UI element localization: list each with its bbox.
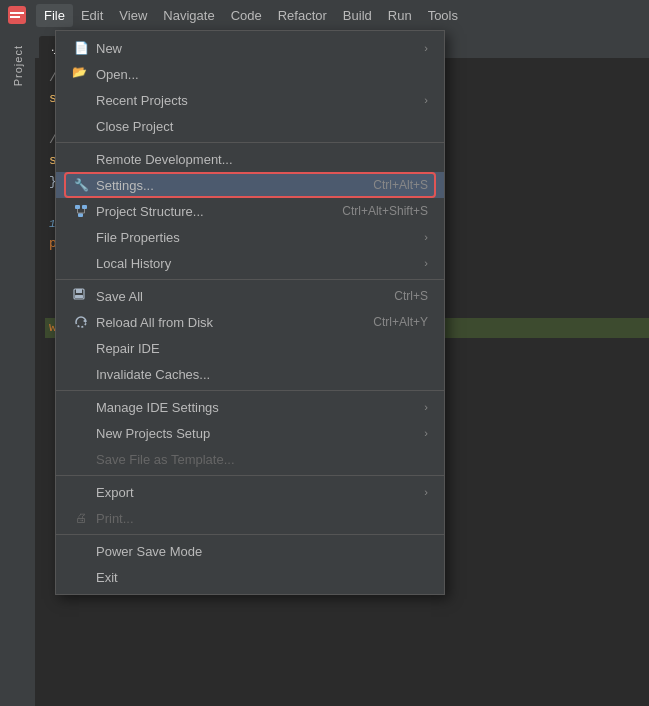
menu-item-reload[interactable]: Reload All from Disk Ctrl+Alt+Y [56,309,444,335]
menu-manage-ide-label: Manage IDE Settings [96,400,414,415]
save-all-shortcut: Ctrl+S [394,289,428,303]
separator-2 [56,279,444,280]
menu-item-repair[interactable]: Repair IDE [56,335,444,361]
menu-refactor[interactable]: Refactor [270,4,335,27]
menu-invalidate-label: Invalidate Caches... [96,367,428,382]
menu-item-file-props[interactable]: File Properties › [56,224,444,250]
recent-arrow-icon: › [424,94,428,106]
menu-item-remote[interactable]: Remote Development... [56,146,444,172]
menu-item-save-all[interactable]: Save All Ctrl+S [56,283,444,309]
export-arrow-icon: › [424,486,428,498]
repair-icon [72,339,90,357]
open-folder-icon: 📂 [72,65,90,83]
project-label: Project [12,45,24,86]
menu-new-projects-label: New Projects Setup [96,426,414,441]
menu-exit-label: Exit [96,570,428,585]
menu-run[interactable]: Run [380,4,420,27]
menu-item-new-projects[interactable]: New Projects Setup › [56,420,444,446]
manage-ide-arrow-icon: › [424,401,428,413]
menu-export-label: Export [96,485,414,500]
remote-icon [72,150,90,168]
menu-item-print: 🖨 Print... [56,505,444,531]
menu-item-local-history[interactable]: Local History › [56,250,444,276]
reload-icon [72,313,90,331]
project-panel: Project [0,30,35,706]
menu-local-history-label: Local History [96,256,414,271]
menu-tools[interactable]: Tools [420,4,466,27]
svg-marker-12 [83,319,86,323]
menu-bar: File Edit View Navigate Code Refactor Bu… [0,0,649,30]
menu-reload-label: Reload All from Disk [96,315,353,330]
svg-rect-2 [10,16,20,18]
close-icon [72,117,90,135]
menu-item-power-save[interactable]: Power Save Mode [56,538,444,564]
menu-recent-label: Recent Projects [96,93,414,108]
menu-remote-label: Remote Development... [96,152,428,167]
separator-3 [56,390,444,391]
menu-edit[interactable]: Edit [73,4,111,27]
power-save-icon [72,542,90,560]
menu-repair-label: Repair IDE [96,341,428,356]
svg-rect-10 [76,289,82,293]
menu-settings-label: Settings... [96,178,353,193]
manage-ide-icon [72,398,90,416]
svg-rect-11 [75,295,83,298]
menu-item-new[interactable]: 📄 New › [56,35,444,61]
new-arrow-icon: › [424,42,428,54]
print-icon: 🖨 [72,509,90,527]
settings-wrench-icon: 🔧 [72,176,90,194]
menu-item-export[interactable]: Export › [56,479,444,505]
save-all-icon [72,287,90,305]
project-structure-shortcut: Ctrl+Alt+Shift+S [342,204,428,218]
menu-code[interactable]: Code [223,4,270,27]
separator-4 [56,475,444,476]
menu-item-close[interactable]: Close Project [56,113,444,139]
separator-5 [56,534,444,535]
separator-1 [56,142,444,143]
menu-new-label: New [96,41,414,56]
menu-navigate[interactable]: Navigate [155,4,222,27]
project-structure-icon [72,202,90,220]
new-projects-arrow-icon: › [424,427,428,439]
export-icon [72,483,90,501]
menu-item-settings[interactable]: 🔧 Settings... Ctrl+Alt+S [56,172,444,198]
new-file-icon: 📄 [72,39,90,57]
save-template-icon [72,450,90,468]
menu-print-label: Print... [96,511,428,526]
menu-power-save-label: Power Save Mode [96,544,428,559]
svg-rect-1 [10,12,24,14]
menu-item-save-template: Save File as Template... [56,446,444,472]
menu-save-all-label: Save All [96,289,374,304]
menu-save-template-label: Save File as Template... [96,452,428,467]
svg-rect-5 [78,213,83,217]
menu-open-label: Open... [96,67,428,82]
menu-item-exit[interactable]: Exit [56,564,444,590]
menu-item-project-structure[interactable]: Project Structure... Ctrl+Alt+Shift+S [56,198,444,224]
menu-close-label: Close Project [96,119,428,134]
svg-rect-4 [82,205,87,209]
menu-item-manage-ide[interactable]: Manage IDE Settings › [56,394,444,420]
menu-project-structure-label: Project Structure... [96,204,322,219]
svg-rect-0 [8,6,26,24]
menu-item-invalidate[interactable]: Invalidate Caches... [56,361,444,387]
local-history-arrow-icon: › [424,257,428,269]
recent-icon [72,91,90,109]
menu-item-recent[interactable]: Recent Projects › [56,87,444,113]
app-icon [4,2,30,28]
file-props-icon [72,228,90,246]
menu-file[interactable]: File [36,4,73,27]
menu-build[interactable]: Build [335,4,380,27]
new-projects-icon [72,424,90,442]
svg-rect-3 [75,205,80,209]
local-history-icon [72,254,90,272]
menu-item-open[interactable]: 📂 Open... [56,61,444,87]
settings-shortcut: Ctrl+Alt+S [373,178,428,192]
reload-shortcut: Ctrl+Alt+Y [373,315,428,329]
invalidate-icon [72,365,90,383]
exit-icon [72,568,90,586]
file-dropdown-menu: 📄 New › 📂 Open... Recent Projects › Clos… [55,30,445,595]
menu-file-props-label: File Properties [96,230,414,245]
menu-view[interactable]: View [111,4,155,27]
file-props-arrow-icon: › [424,231,428,243]
